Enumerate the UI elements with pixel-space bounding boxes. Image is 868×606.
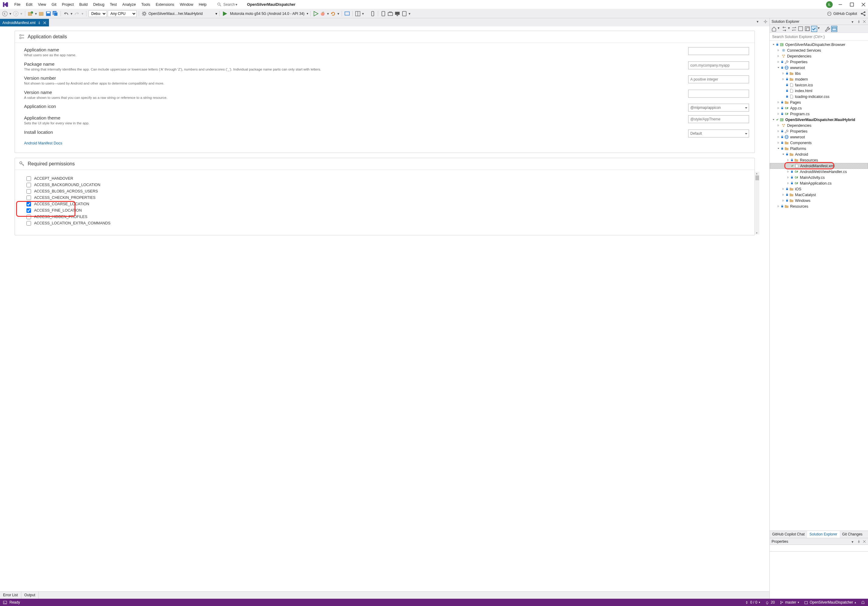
pin-icon[interactable] [857, 20, 861, 23]
field-input[interactable] [688, 76, 749, 83]
tree-row[interactable]: Windows [770, 198, 868, 203]
tree-row[interactable]: Components [770, 140, 868, 146]
permission-checkbox[interactable] [26, 183, 31, 187]
tree-row[interactable]: Connected Services [770, 48, 868, 53]
menu-help[interactable]: Help [196, 1, 209, 8]
tree-row[interactable]: Dependencies [770, 122, 868, 128]
tree-row[interactable]: Platforms [770, 146, 868, 152]
chevron-right-icon[interactable] [777, 130, 780, 133]
tree-row[interactable]: index.html [770, 88, 868, 94]
chevron-right-icon[interactable] [777, 49, 780, 52]
permission-checkbox[interactable] [26, 208, 31, 213]
pin-icon[interactable] [37, 21, 41, 25]
tree-row[interactable]: Resources [770, 203, 868, 209]
chevron-right-icon[interactable] [777, 135, 780, 139]
menu-project[interactable]: Project [59, 1, 77, 8]
tree-row[interactable]: Pages [770, 99, 868, 105]
dropdown-icon[interactable]: ▾ [852, 20, 855, 23]
tree-row[interactable]: loading-indicator.css [770, 94, 868, 99]
tab-solution-explorer[interactable]: Solution Explorer [807, 531, 840, 538]
tree-row[interactable]: favicon.ico [770, 82, 868, 88]
close-tab-icon[interactable] [43, 21, 46, 25]
solution-explorer-search[interactable] [770, 33, 868, 41]
chevron-right-icon[interactable] [786, 176, 790, 179]
chevron-right-icon[interactable] [777, 54, 780, 58]
tree-row[interactable]: C#MainActivity.cs [770, 175, 868, 180]
minimize-button[interactable] [838, 2, 842, 7]
chevron-right-icon[interactable] [777, 141, 780, 145]
sync-icon[interactable] [791, 26, 797, 32]
new-project-button[interactable]: + [27, 11, 34, 17]
nav-forward-button[interactable] [13, 11, 19, 17]
tree-row[interactable]: wwwroot [770, 65, 868, 71]
tree-row[interactable]: C#OpenSilverMauiDispatcher.MauiHybrid [770, 117, 868, 122]
menu-window[interactable]: Window [177, 1, 196, 8]
device-icon[interactable] [370, 11, 376, 17]
chevron-right-icon[interactable] [781, 187, 785, 191]
git-branch-status[interactable]: master ▾ [780, 600, 800, 604]
solution-tree[interactable]: C#OpenSilverMauiDispatcher.BrowserConnec… [770, 41, 868, 530]
close-icon[interactable] [863, 20, 866, 23]
menu-tools[interactable]: Tools [139, 1, 153, 8]
chevron-down-icon[interactable] [772, 118, 775, 122]
config-select[interactable]: Debug [88, 10, 107, 17]
tree-row[interactable]: Resources [770, 157, 868, 163]
share-icon[interactable] [860, 11, 866, 17]
menu-git[interactable]: Git [49, 1, 59, 8]
tab-error-list[interactable]: Error List [0, 592, 21, 599]
field-input[interactable] [688, 47, 749, 55]
tree-row[interactable]: MacCatalyst [770, 192, 868, 198]
copilot-button[interactable]: GitHub Copilot [825, 11, 859, 17]
chevron-right-icon[interactable] [786, 158, 790, 162]
tab-overflow-icon[interactable]: ▾ [756, 20, 761, 24]
start-button[interactable] [222, 11, 228, 17]
tree-row[interactable]: Properties [770, 128, 868, 134]
menu-debug[interactable]: Debug [90, 1, 107, 8]
show-all-icon[interactable] [811, 26, 817, 32]
permission-checkbox[interactable] [26, 221, 31, 226]
tree-row[interactable]: libs [770, 71, 868, 76]
chevron-right-icon[interactable] [781, 193, 785, 197]
device-icon-2[interactable] [380, 11, 386, 17]
permission-checkbox[interactable] [26, 202, 31, 206]
chevron-right-icon[interactable] [786, 181, 790, 185]
permissions-scrollbar[interactable]: ▴ ▾ [755, 172, 760, 235]
platform-select[interactable]: Any CPU [108, 10, 136, 17]
chevron-down-icon[interactable] [777, 66, 780, 70]
tree-row[interactable]: Properties [770, 59, 868, 65]
save-button[interactable] [45, 11, 51, 17]
tab-output[interactable]: Output [21, 592, 39, 599]
maximize-button[interactable] [850, 2, 854, 7]
tree-row[interactable]: C#OpenSilverMauiDispatcher.Browser [770, 42, 868, 48]
close-icon[interactable] [863, 540, 866, 543]
global-search[interactable]: Search ▾ [217, 2, 237, 7]
tree-row[interactable]: AndroidManifest.xml [770, 163, 868, 169]
startup-project[interactable]: OpenSilverMaui…her.MauiHybrid [149, 12, 203, 16]
chevron-right-icon[interactable] [777, 100, 780, 104]
start-no-debug-button[interactable] [313, 11, 319, 17]
git-commits-status[interactable]: 20 [765, 600, 775, 604]
chevron-right-icon[interactable] [781, 77, 785, 81]
tree-row[interactable]: C#Program.cs [770, 111, 868, 117]
output-icon[interactable] [3, 601, 7, 604]
manifest-docs-link[interactable]: Android Manifest Docs [24, 141, 62, 145]
menu-analyze[interactable]: Analyze [119, 1, 138, 8]
collapse-icon[interactable] [804, 26, 811, 32]
tree-row[interactable]: wwwroot [770, 134, 868, 140]
live-preview-icon[interactable] [344, 11, 350, 17]
tab-copilot-chat[interactable]: GitHub Copilot Chat [770, 531, 807, 538]
document-tab[interactable]: AndroidManifest.xml [0, 19, 49, 26]
chevron-right-icon[interactable] [781, 72, 785, 76]
field-input[interactable]: @mipmap/appicon [688, 104, 749, 111]
undo-button[interactable] [63, 11, 69, 17]
notifications-icon[interactable] [861, 601, 865, 604]
field-input[interactable] [688, 62, 749, 69]
nav-back-button[interactable] [2, 11, 8, 17]
tree-row[interactable]: Dependencies [770, 53, 868, 59]
briefcase-icon[interactable] [387, 11, 394, 17]
repo-status[interactable]: OpenSilverMauiDispatcher ▴ [804, 600, 856, 604]
permission-checkbox[interactable] [26, 176, 31, 181]
chevron-down-icon[interactable] [777, 147, 780, 150]
menu-extensions[interactable]: Extensions [153, 1, 177, 8]
chevron-down-icon[interactable] [781, 153, 785, 156]
